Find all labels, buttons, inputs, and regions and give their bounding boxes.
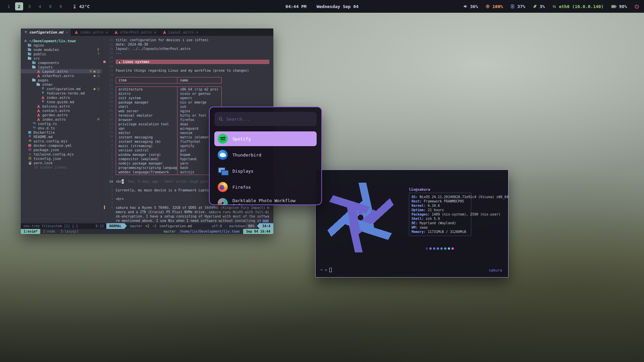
palette-dot xyxy=(451,247,454,250)
diff-added: +2 xyxy=(145,224,149,228)
table-row: version control git xyxy=(116,148,221,153)
file-icon xyxy=(37,69,41,73)
tree-item[interactable]: tsconfig.json xyxy=(21,156,102,161)
file-icon xyxy=(37,104,41,108)
tree-item[interactable]: contact.astro xyxy=(21,108,102,113)
workspace-button[interactable]: 2 xyxy=(15,2,23,10)
tree-item[interactable]: index.astro H xyxy=(21,117,102,121)
tree-item[interactable]: astro.config.mjs xyxy=(21,139,102,143)
launcher-item[interactable]: Displays xyxy=(214,164,317,178)
tab-close-icon[interactable]: × xyxy=(154,30,156,34)
table-row: privilege escalation tool doas xyxy=(116,122,221,126)
temperature-module: 42°C xyxy=(72,4,90,9)
tree-item-label: garden.astro xyxy=(42,113,68,117)
load-module[interactable]: 100% xyxy=(485,4,503,9)
tree-item[interactable]: ~/Development/liv.town xyxy=(21,39,102,43)
network-module[interactable]: eth0 (10.0.0.140) xyxy=(552,4,603,9)
tmux-window[interactable]: 3:lazygit xyxy=(58,229,81,234)
line-number: 15 xyxy=(102,113,116,117)
line-number: 2 xyxy=(102,169,116,174)
table-row: nodejs package manager yarn xyxy=(116,161,221,166)
tree-item-label: other xyxy=(42,82,53,86)
file-icon xyxy=(28,130,32,134)
file-icon xyxy=(41,87,45,90)
workspace-button[interactable]: 9 xyxy=(57,2,65,10)
launcher-item[interactable]: Firefox xyxy=(214,180,317,194)
tree-item[interactable]: pages xyxy=(21,78,102,82)
table-row: browser firefox xyxy=(116,118,221,122)
editor-tab[interactable]: configuration.md × xyxy=(21,28,71,36)
launcher-item[interactable]: Darktable Photo Workflow Software xyxy=(214,196,317,205)
volume-module[interactable]: 36% xyxy=(463,4,478,9)
editor-tab[interactable]: otherPost.astro × xyxy=(111,28,159,36)
line-number: 10 xyxy=(102,134,116,139)
file-icon xyxy=(32,65,36,69)
tree-item[interactable]: other xyxy=(21,82,102,86)
tree-item[interactable]: Dockerfile xyxy=(21,130,102,134)
tree-item[interactable]: docker-compose.yml xyxy=(21,143,102,147)
tab-label: Layout.astro xyxy=(168,30,194,34)
workspace-button[interactable]: 4 xyxy=(36,2,44,10)
launcher-item[interactable]: Thunderbird xyxy=(214,147,317,162)
tree-item[interactable]: tone-guide.md xyxy=(21,100,102,104)
tree-item[interactable]: layouts xyxy=(21,65,102,69)
tmux-window[interactable]: 1:nvim* xyxy=(21,229,40,234)
tree-item[interactable]: components xyxy=(21,60,102,65)
search-input[interactable] xyxy=(226,117,313,122)
tab-close-icon[interactable]: × xyxy=(196,30,198,34)
leaf-icon xyxy=(533,4,537,9)
fetch-info: OS: NixOS 24.11.20240828.71e91c4 (Vicuna… xyxy=(412,195,508,234)
file-icon xyxy=(41,100,45,104)
tree-item[interactable]: tailwind.config.mjs xyxy=(21,152,102,156)
file-icon xyxy=(28,52,32,56)
tree-item[interactable]: env.d.ts xyxy=(21,126,102,130)
editor-tab[interactable]: index.astro × xyxy=(71,28,111,36)
workspace-button[interactable]: 1 xyxy=(5,2,13,10)
session-name: sakura xyxy=(489,268,502,273)
current-filename: configuration.md xyxy=(159,224,192,228)
file-icon xyxy=(32,122,36,125)
table-body: architecture x86_64 (rip m2 pro) distro … xyxy=(116,86,222,175)
power-button[interactable] xyxy=(634,4,639,9)
launcher-item[interactable]: Spotify xyxy=(214,131,317,146)
desktop: 123489 42°C 04:44 PM Wednesday Sep 04 36… xyxy=(0,0,644,362)
encoding: utf-8 xyxy=(212,224,222,228)
battery-module[interactable]: 98% xyxy=(611,4,627,9)
tree-item[interactable]: index.astro xyxy=(21,95,102,100)
tree-item[interactable]: src xyxy=(21,56,102,60)
text-cursor: > xyxy=(122,179,124,184)
terminal-prompt[interactable]: ~ > xyxy=(320,268,332,272)
tree-item[interactable]: node_modules E xyxy=(21,47,102,52)
table-cell-name: x86_64 (rip m2 pro) xyxy=(177,87,221,92)
tmux-window[interactable]: 2:node xyxy=(40,229,58,234)
tree-item[interactable]: README.md xyxy=(21,134,102,139)
buffer-line-intro: 25 Favorite things regarding Linux and m… xyxy=(102,68,273,73)
filetype: markdown xyxy=(229,224,246,228)
tab-close-icon[interactable]: × xyxy=(106,30,108,34)
line-number: 21 xyxy=(102,86,116,91)
workspace-button[interactable]: 8 xyxy=(46,2,54,10)
app-label: Darktable Photo Workflow Software xyxy=(232,198,313,205)
workspace-button[interactable]: 3 xyxy=(25,2,34,10)
tree-item[interactable]: config.ts xyxy=(21,121,102,126)
tree-item[interactable]: garden.astro xyxy=(21,113,102,117)
tree-item[interactable]: package.json xyxy=(21,147,102,152)
tree-item-label: nginx xyxy=(34,43,44,47)
memory-module[interactable]: 37% xyxy=(510,4,525,9)
tree-item[interactable]: yarn.lock xyxy=(21,161,102,165)
tree-item[interactable]: otherPost.astro ● □ xyxy=(21,73,102,78)
tree-item[interactable]: Layout.astro H ● □ xyxy=(21,69,102,73)
tree-item-label: fediverse-terms.md xyxy=(47,91,85,95)
tree-item[interactable]: nginx xyxy=(21,43,102,47)
launcher-searchbox[interactable] xyxy=(214,112,317,126)
search-icon xyxy=(218,117,223,122)
tab-close-icon[interactable]: × xyxy=(66,30,68,34)
cpu-module[interactable]: 3% xyxy=(533,4,545,9)
palette-dot xyxy=(426,247,428,250)
tree-item[interactable]: fediverse-terms.md xyxy=(21,91,102,95)
tree-item[interactable]: public ? xyxy=(21,52,102,56)
tree-item[interactable]: balcony.astro xyxy=(21,104,102,108)
tree-item[interactable]: configuration.md ● □ xyxy=(21,86,102,91)
tree-item[interactable]: (6 hidden items) xyxy=(21,165,102,169)
editor-tab[interactable]: Layout.astro × xyxy=(160,28,202,36)
